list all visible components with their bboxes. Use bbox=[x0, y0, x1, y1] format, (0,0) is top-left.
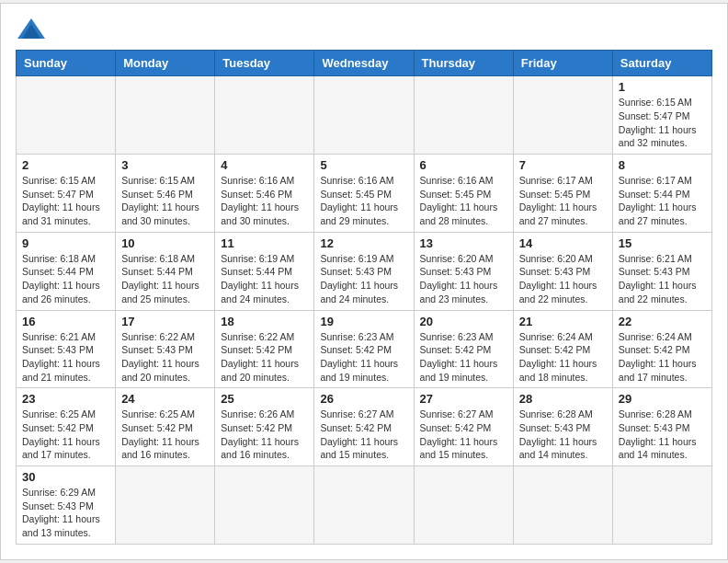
calendar-day-cell bbox=[215, 466, 314, 545]
day-info: Sunrise: 6:23 AMSunset: 5:42 PMDaylight:… bbox=[420, 330, 507, 385]
day-number: 25 bbox=[221, 392, 308, 406]
day-info: Sunrise: 6:15 AMSunset: 5:47 PMDaylight:… bbox=[619, 96, 706, 150]
calendar-day-cell: 1Sunrise: 6:15 AMSunset: 5:47 PMDaylight… bbox=[612, 76, 711, 155]
day-info: Sunrise: 6:20 AMSunset: 5:43 PMDaylight:… bbox=[519, 252, 607, 306]
logo-icon bbox=[17, 18, 45, 39]
calendar-day-cell: 10Sunrise: 6:18 AMSunset: 5:44 PMDayligh… bbox=[116, 232, 215, 310]
day-number: 28 bbox=[519, 392, 607, 406]
day-number: 26 bbox=[320, 392, 407, 406]
weekday-header-friday: Friday bbox=[513, 51, 612, 76]
day-number: 17 bbox=[121, 315, 209, 328]
day-info: Sunrise: 6:21 AMSunset: 5:43 PMDaylight:… bbox=[619, 252, 706, 306]
weekday-header-sunday: Sunday bbox=[17, 51, 116, 76]
day-number: 6 bbox=[420, 158, 507, 172]
calendar-day-cell bbox=[116, 466, 215, 545]
calendar-day-cell: 11Sunrise: 6:19 AMSunset: 5:44 PMDayligh… bbox=[215, 232, 314, 310]
calendar-day-cell bbox=[215, 76, 314, 155]
calendar-day-cell: 17Sunrise: 6:22 AMSunset: 5:43 PMDayligh… bbox=[116, 310, 215, 388]
calendar-day-cell: 5Sunrise: 6:16 AMSunset: 5:45 PMDaylight… bbox=[314, 155, 414, 233]
logo-area bbox=[16, 18, 45, 39]
day-info: Sunrise: 6:25 AMSunset: 5:42 PMDaylight:… bbox=[121, 408, 209, 462]
calendar-day-cell bbox=[414, 76, 513, 155]
calendar-day-cell bbox=[314, 76, 414, 155]
day-number: 29 bbox=[619, 392, 706, 406]
day-number: 14 bbox=[519, 236, 607, 250]
weekday-header-monday: Monday bbox=[116, 51, 215, 76]
calendar-day-cell: 3Sunrise: 6:15 AMSunset: 5:46 PMDaylight… bbox=[116, 155, 215, 233]
day-number: 9 bbox=[22, 236, 109, 250]
day-number: 30 bbox=[22, 470, 109, 484]
day-info: Sunrise: 6:19 AMSunset: 5:43 PMDaylight:… bbox=[320, 252, 407, 306]
day-info: Sunrise: 6:16 AMSunset: 5:45 PMDaylight:… bbox=[420, 174, 507, 228]
calendar-day-cell: 12Sunrise: 6:19 AMSunset: 5:43 PMDayligh… bbox=[314, 232, 414, 310]
day-info: Sunrise: 6:16 AMSunset: 5:45 PMDaylight:… bbox=[320, 174, 407, 228]
weekday-header-row: SundayMondayTuesdayWednesdayThursdayFrid… bbox=[17, 51, 712, 76]
calendar-day-cell bbox=[513, 466, 612, 545]
calendar-day-cell: 6Sunrise: 6:16 AMSunset: 5:45 PMDaylight… bbox=[414, 155, 513, 233]
calendar-day-cell: 21Sunrise: 6:24 AMSunset: 5:42 PMDayligh… bbox=[513, 310, 612, 388]
day-number: 22 bbox=[619, 315, 706, 328]
day-info: Sunrise: 6:24 AMSunset: 5:42 PMDaylight:… bbox=[619, 330, 706, 385]
day-info: Sunrise: 6:25 AMSunset: 5:42 PMDaylight:… bbox=[22, 408, 109, 462]
calendar-day-cell bbox=[414, 466, 513, 545]
day-info: Sunrise: 6:22 AMSunset: 5:42 PMDaylight:… bbox=[221, 330, 308, 385]
day-number: 24 bbox=[121, 392, 209, 406]
calendar-day-cell: 13Sunrise: 6:20 AMSunset: 5:43 PMDayligh… bbox=[414, 232, 513, 310]
day-number: 23 bbox=[22, 392, 109, 406]
weekday-header-thursday: Thursday bbox=[414, 51, 513, 76]
calendar-day-cell: 4Sunrise: 6:16 AMSunset: 5:46 PMDaylight… bbox=[215, 155, 314, 233]
calendar-week-row: 2Sunrise: 6:15 AMSunset: 5:47 PMDaylight… bbox=[17, 155, 712, 233]
day-number: 21 bbox=[519, 315, 607, 328]
day-number: 3 bbox=[121, 158, 209, 172]
day-info: Sunrise: 6:24 AMSunset: 5:42 PMDaylight:… bbox=[519, 330, 607, 385]
calendar-day-cell: 28Sunrise: 6:28 AMSunset: 5:43 PMDayligh… bbox=[513, 388, 612, 466]
day-info: Sunrise: 6:28 AMSunset: 5:43 PMDaylight:… bbox=[619, 408, 706, 462]
day-number: 12 bbox=[320, 236, 407, 250]
calendar-day-cell bbox=[116, 76, 215, 155]
day-info: Sunrise: 6:17 AMSunset: 5:44 PMDaylight:… bbox=[619, 174, 706, 228]
calendar-day-cell: 2Sunrise: 6:15 AMSunset: 5:47 PMDaylight… bbox=[17, 155, 116, 233]
day-number: 20 bbox=[420, 315, 507, 328]
calendar-day-cell: 29Sunrise: 6:28 AMSunset: 5:43 PMDayligh… bbox=[612, 388, 711, 466]
calendar-day-cell: 20Sunrise: 6:23 AMSunset: 5:42 PMDayligh… bbox=[414, 310, 513, 388]
day-number: 13 bbox=[420, 236, 507, 250]
calendar-day-cell bbox=[612, 466, 711, 545]
day-number: 10 bbox=[121, 236, 209, 250]
day-number: 27 bbox=[420, 392, 507, 406]
weekday-header-wednesday: Wednesday bbox=[314, 51, 414, 76]
day-info: Sunrise: 6:18 AMSunset: 5:44 PMDaylight:… bbox=[121, 252, 209, 306]
calendar-table: SundayMondayTuesdayWednesdayThursdayFrid… bbox=[16, 50, 712, 545]
calendar-day-cell: 8Sunrise: 6:17 AMSunset: 5:44 PMDaylight… bbox=[612, 155, 711, 233]
day-info: Sunrise: 6:22 AMSunset: 5:43 PMDaylight:… bbox=[121, 330, 209, 385]
day-info: Sunrise: 6:26 AMSunset: 5:42 PMDaylight:… bbox=[221, 408, 308, 462]
calendar-day-cell: 19Sunrise: 6:23 AMSunset: 5:42 PMDayligh… bbox=[314, 310, 414, 388]
day-number: 1 bbox=[619, 80, 706, 94]
calendar-day-cell bbox=[314, 466, 414, 545]
calendar-week-row: 9Sunrise: 6:18 AMSunset: 5:44 PMDaylight… bbox=[17, 232, 712, 310]
calendar-week-row: 23Sunrise: 6:25 AMSunset: 5:42 PMDayligh… bbox=[17, 388, 712, 466]
logo bbox=[16, 18, 45, 39]
day-info: Sunrise: 6:17 AMSunset: 5:45 PMDaylight:… bbox=[519, 174, 607, 228]
calendar-day-cell: 18Sunrise: 6:22 AMSunset: 5:42 PMDayligh… bbox=[215, 310, 314, 388]
calendar-week-row: 30Sunrise: 6:29 AMSunset: 5:43 PMDayligh… bbox=[17, 466, 712, 545]
day-number: 15 bbox=[619, 236, 706, 250]
day-info: Sunrise: 6:20 AMSunset: 5:43 PMDaylight:… bbox=[420, 252, 507, 306]
calendar-day-cell: 22Sunrise: 6:24 AMSunset: 5:42 PMDayligh… bbox=[612, 310, 711, 388]
calendar-day-cell: 16Sunrise: 6:21 AMSunset: 5:43 PMDayligh… bbox=[17, 310, 116, 388]
calendar-day-cell: 27Sunrise: 6:27 AMSunset: 5:42 PMDayligh… bbox=[414, 388, 513, 466]
day-info: Sunrise: 6:19 AMSunset: 5:44 PMDaylight:… bbox=[221, 252, 308, 306]
day-number: 8 bbox=[619, 158, 706, 172]
calendar-week-row: 16Sunrise: 6:21 AMSunset: 5:43 PMDayligh… bbox=[17, 310, 712, 388]
day-info: Sunrise: 6:27 AMSunset: 5:42 PMDaylight:… bbox=[420, 408, 507, 462]
day-number: 2 bbox=[22, 158, 109, 172]
weekday-header-saturday: Saturday bbox=[612, 51, 711, 76]
calendar-day-cell: 24Sunrise: 6:25 AMSunset: 5:42 PMDayligh… bbox=[116, 388, 215, 466]
day-number: 7 bbox=[519, 158, 607, 172]
day-number: 19 bbox=[320, 315, 407, 328]
day-info: Sunrise: 6:18 AMSunset: 5:44 PMDaylight:… bbox=[22, 252, 109, 306]
calendar-day-cell: 26Sunrise: 6:27 AMSunset: 5:42 PMDayligh… bbox=[314, 388, 414, 466]
calendar-day-cell: 30Sunrise: 6:29 AMSunset: 5:43 PMDayligh… bbox=[17, 466, 116, 545]
day-number: 18 bbox=[221, 315, 308, 328]
calendar-day-cell: 25Sunrise: 6:26 AMSunset: 5:42 PMDayligh… bbox=[215, 388, 314, 466]
calendar-container: SundayMondayTuesdayWednesdayThursdayFrid… bbox=[0, 3, 728, 560]
